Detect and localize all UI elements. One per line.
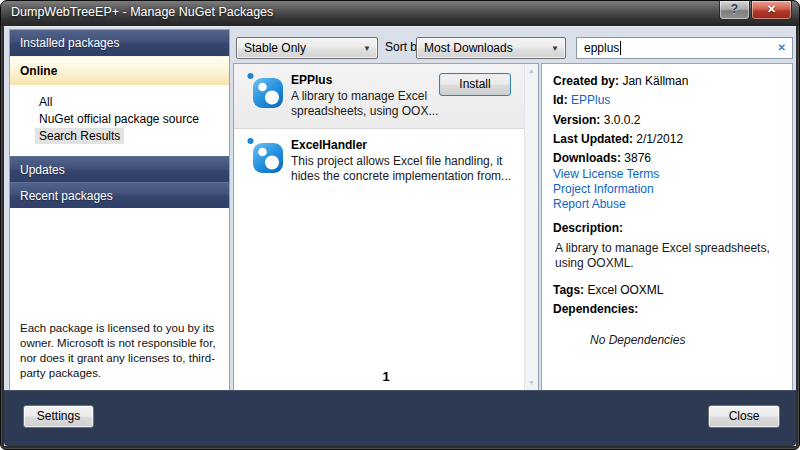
dialog-footer: Settings Close: [4, 390, 796, 446]
view-license-terms-link[interactable]: View License Terms: [553, 167, 782, 182]
install-button[interactable]: Install: [439, 73, 511, 96]
manage-nuget-packages-dialog: DumpWebTreeEP+ - Manage NuGet Packages ?…: [0, 0, 800, 450]
version-field: Version: 3.0.0.2: [553, 113, 782, 127]
package-name: ExcelHandler: [291, 138, 367, 152]
package-row-excelhandler[interactable]: ExcelHandler This project allows Excel f…: [234, 129, 538, 194]
settings-button[interactable]: Settings: [23, 405, 94, 428]
id-field: Id: EPPlus: [553, 93, 782, 108]
nuget-package-icon: [246, 136, 284, 174]
report-abuse-link[interactable]: Report Abuse: [553, 197, 782, 212]
text-caret: [620, 41, 621, 55]
clear-search-icon[interactable]: ✕: [778, 42, 786, 53]
sidebar-item-installed-packages[interactable]: Installed packages: [10, 30, 229, 56]
pagination-current-page[interactable]: 1: [234, 369, 538, 384]
sidebar-item-online[interactable]: Online: [10, 56, 229, 85]
package-list: EPPlus A library to manage Excel spreads…: [233, 63, 539, 391]
dialog-client-area: Installed packages Online All NuGet offi…: [4, 26, 796, 446]
package-description: A library to manage Excel spreadsheets, …: [291, 89, 453, 119]
search-input[interactable]: epplus ✕: [576, 37, 793, 59]
project-information-link[interactable]: Project Information: [553, 182, 782, 197]
last-updated-field: Last Updated: 2/1/2012: [553, 132, 782, 146]
help-button[interactable]: ?: [719, 1, 750, 20]
package-id-link[interactable]: EPPlus: [571, 93, 610, 107]
stability-filter-dropdown[interactable]: Stable Only ▼: [236, 37, 378, 59]
package-description: This project allows Excel file handling,…: [291, 154, 531, 184]
sidebar-item-updates[interactable]: Updates: [10, 156, 229, 182]
online-sources-list: All NuGet official package source Search…: [10, 85, 229, 156]
search-query-text: epplus: [584, 41, 621, 55]
close-icon: ✕: [767, 3, 776, 15]
help-icon: ?: [731, 2, 738, 16]
nuget-package-icon: [246, 71, 284, 109]
window-title: DumpWebTreeEP+ - Manage NuGet Packages: [11, 5, 273, 19]
source-item-search-results[interactable]: Search Results: [10, 128, 229, 145]
description-text: A library to manage Excel spreadsheets, …: [553, 241, 779, 271]
window-close-button[interactable]: ✕: [751, 1, 792, 20]
title-bar[interactable]: DumpWebTreeEP+ - Manage NuGet Packages ?…: [1, 1, 799, 26]
no-dependencies-text: No Dependencies: [590, 333, 782, 347]
package-name: EPPlus: [291, 73, 332, 87]
sort-dropdown[interactable]: Most Downloads ▼: [416, 37, 566, 59]
description-label: Description:: [553, 221, 782, 235]
dependencies-label: Dependencies:: [553, 302, 782, 316]
package-list-scrollbar[interactable]: ▲ ▼: [524, 64, 538, 390]
source-item-all[interactable]: All: [10, 94, 229, 111]
created-by-field: Created by: Jan Källman: [553, 74, 782, 88]
close-button[interactable]: Close: [708, 405, 780, 428]
license-disclaimer-text: Each package is licensed to you by its o…: [20, 321, 219, 381]
downloads-field: Downloads: 3876: [553, 151, 782, 165]
package-details-panel: Created by: Jan Källman Id: EPPlus Versi…: [541, 63, 793, 391]
tags-field: Tags: Excel OOXML: [553, 283, 782, 297]
sidebar-item-recent-packages[interactable]: Recent packages: [10, 182, 229, 208]
chevron-down-icon: ▼: [551, 44, 559, 53]
chevron-down-icon: ▼: [363, 44, 371, 53]
source-item-nuget-official[interactable]: NuGet official package source: [10, 111, 229, 128]
package-row-epplus[interactable]: EPPlus A library to manage Excel spreads…: [234, 64, 538, 129]
sources-sidebar: Installed packages Online All NuGet offi…: [9, 29, 230, 391]
scroll-up-icon[interactable]: ▲: [525, 64, 538, 78]
